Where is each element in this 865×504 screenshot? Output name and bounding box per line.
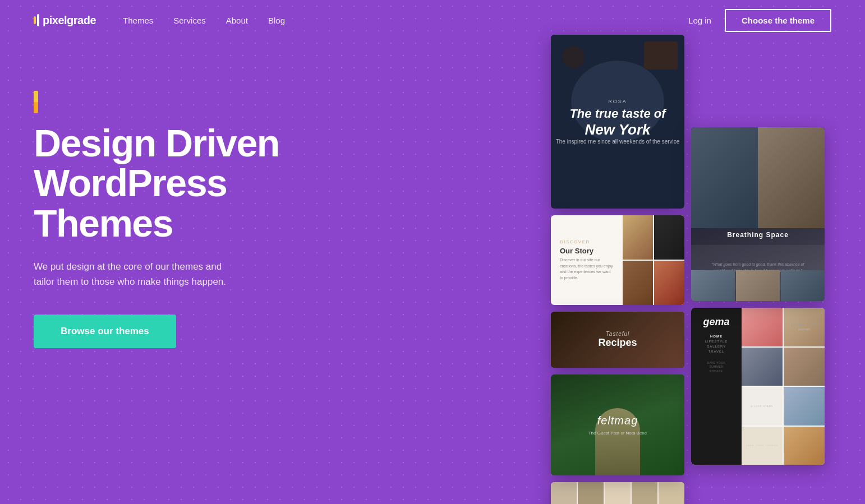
preview-column-right: Breathing Space "What goes from good to … — [691, 127, 825, 465]
theme-card-blog-grid[interactable] — [551, 482, 684, 504]
story-brand: Discover — [560, 239, 614, 244]
rosa-subtitle: The inspired me since all weekends of th… — [556, 138, 680, 145]
story-body: Discover in our site our creations, the … — [560, 257, 614, 281]
blog-cell-5 — [659, 482, 684, 504]
blog-cell-1 — [551, 482, 577, 504]
breathing-images — [691, 127, 825, 239]
gema-cell-warm — [784, 427, 825, 465]
gema-cell-label-1: SILVER STARS — [742, 387, 783, 426]
gema-save-label: SAVE YOURSUMMERESCAPE — [707, 361, 725, 374]
hero-title-line2: WordPress Themes — [34, 161, 227, 244]
gema-nav-lifestyle: LIFESTYLE — [705, 340, 728, 343]
story-images — [623, 215, 684, 305]
theme-card-gema[interactable]: gema HOME LIFESTYLE GALLERY TRAVEL SAVE … — [691, 308, 825, 465]
hero-content: Design Driven WordPress Themes We put de… — [34, 74, 370, 348]
hero-subtitle: We put design at the core of our themes … — [34, 259, 303, 289]
gema-sidebar: gema HOME LIFESTYLE GALLERY TRAVEL SAVE … — [691, 308, 742, 465]
theme-previews-area: rosa The true taste ofNew York The inspi… — [545, 35, 865, 504]
hero-title: Design Driven WordPress Themes — [34, 123, 370, 243]
login-link[interactable]: Log in — [688, 16, 711, 25]
theme-card-rosa[interactable]: rosa The true taste ofNew York The inspi… — [551, 35, 684, 209]
theme-card-story[interactable]: Discover Our Story Discover in our site … — [551, 215, 684, 305]
accent-bar — [34, 91, 38, 113]
recipes-title: Recipes — [598, 337, 637, 349]
logo-bar-short — [34, 16, 36, 24]
breathing-img-left — [691, 127, 758, 228]
breathing-img-right — [758, 127, 825, 228]
gema-nav: HOME LIFESTYLE GALLERY TRAVEL — [705, 335, 728, 353]
breathing-small-2 — [736, 270, 780, 301]
rosa-tagline: The true taste ofNew York — [556, 107, 680, 138]
breathing-small-3 — [781, 270, 825, 301]
rosa-brand-label: rosa — [556, 99, 680, 104]
hero-section: Design Driven WordPress Themes We put de… — [0, 74, 865, 348]
gema-cell-label-2: LAND YOUR THEMES — [742, 427, 783, 465]
nav-link-services[interactable]: Services — [173, 16, 206, 25]
theme-card-recipes[interactable]: Tasteful Recipes — [551, 312, 684, 368]
story-heading: Our Story — [560, 247, 614, 255]
gema-nav-gallery: GALLERY — [705, 345, 728, 348]
feltmag-logo: feltmag — [588, 414, 647, 427]
gema-logo: gema — [703, 317, 729, 328]
logo[interactable]: pixelgrade — [34, 14, 96, 27]
gema-cell-text-1: COFFEE SHOP DISCOVER — [784, 308, 825, 346]
gema-content: COFFEE SHOP DISCOVER SILVER STARS LAND Y… — [742, 308, 825, 465]
choose-theme-button[interactable]: Choose the theme — [725, 9, 831, 32]
blog-cell-4 — [632, 482, 657, 504]
nav-links: Themes Services About Blog — [123, 16, 688, 25]
story-left-content: Discover Our Story Discover in our site … — [551, 215, 623, 305]
gema-cell-flowers — [742, 308, 783, 346]
logo-text: pixelgrade — [43, 14, 96, 27]
rosa-content: rosa The true taste ofNew York The inspi… — [556, 99, 680, 145]
blog-cell-2 — [578, 482, 604, 504]
nav-link-themes[interactable]: Themes — [123, 16, 153, 25]
recipes-content: Tasteful Recipes — [598, 331, 637, 349]
gema-cell-bike — [784, 387, 825, 426]
logo-bar-tall — [37, 14, 39, 26]
blog-cell-3 — [605, 482, 631, 504]
blog-row-top — [551, 482, 684, 504]
theme-card-feltmag[interactable]: feltmag The Guest Post of Nota Bene — [551, 374, 684, 475]
breathing-small-1 — [691, 270, 735, 301]
theme-card-breathing[interactable]: Breathing Space "What goes from good to … — [691, 127, 825, 301]
feltmag-subtitle: The Guest Post of Nota Bene — [588, 431, 647, 436]
gema-cell-city — [742, 348, 783, 386]
page-wrapper: pixelgrade Themes Services About Blog Lo… — [0, 0, 865, 504]
breathing-small-images — [691, 270, 825, 301]
browse-themes-button[interactable]: Browse our themes — [34, 315, 176, 348]
recipes-label: Tasteful — [598, 331, 637, 337]
navigation: pixelgrade Themes Services About Blog Lo… — [0, 0, 865, 40]
gema-nav-home: HOME — [705, 335, 728, 338]
gema-cell-food — [784, 348, 825, 386]
gema-nav-travel: TRAVEL — [705, 350, 728, 353]
nav-right: Log in Choose the theme — [688, 9, 831, 32]
hero-title-line1: Design Driven — [34, 122, 279, 164]
nav-link-about[interactable]: About — [226, 16, 248, 25]
preview-column-left: rosa The true taste ofNew York The inspi… — [551, 35, 684, 504]
logo-icon — [34, 14, 39, 26]
feltmag-content: feltmag The Guest Post of Nota Bene — [588, 414, 647, 436]
nav-link-blog[interactable]: Blog — [268, 16, 285, 25]
